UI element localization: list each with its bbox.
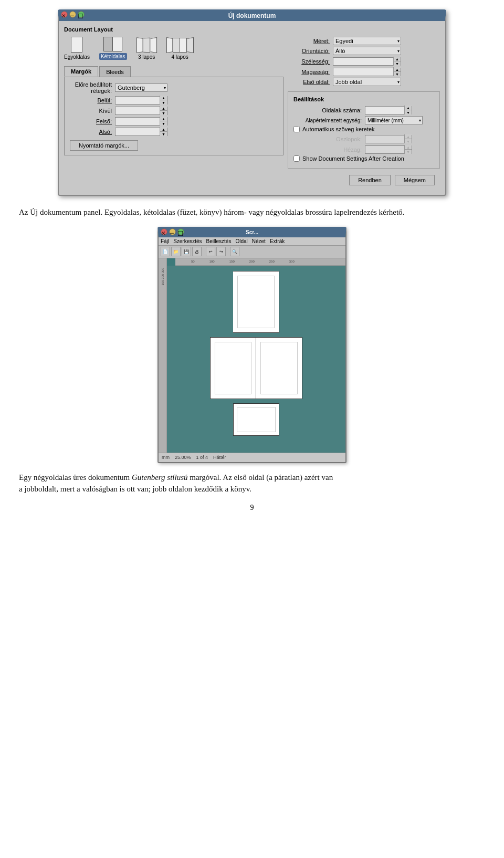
oldalak-up[interactable]: ▲ [405, 106, 412, 110]
magassag-down[interactable]: ▼ [394, 72, 401, 76]
fold-icon [136, 38, 157, 53]
szelesseg-up[interactable]: ▲ [394, 57, 401, 61]
oszlopok-row: Oszlopok: 1 ▲ ▼ [293, 134, 434, 143]
menu-extrak[interactable]: Extrák [270, 238, 285, 244]
status-page: 1 of 4 [196, 455, 208, 460]
menu-beillesztes[interactable]: Beillesztés [206, 238, 232, 244]
elso-oldal-select[interactable]: Jobb oldal ▾ [333, 78, 401, 86]
belul-up[interactable]: ▲ [160, 96, 167, 100]
scribus-canvas [167, 266, 345, 453]
scribus-toolbar: 📄 📁 💾 🖨 ↩ ↪ 🔍 [159, 246, 345, 258]
layout-4pages[interactable]: 4 lapos [166, 38, 194, 60]
scribus-max[interactable]: □ [177, 228, 184, 235]
scribus-window: Scr... × − □ Fájl Szerkesztés Beilleszté… [158, 227, 346, 463]
kivul-row: Kívül 20.00mm ▲ ▼ [70, 106, 278, 115]
nyomtato-btn[interactable]: Nyomtató margók... [70, 140, 138, 151]
layout-3pages[interactable]: 3 lapos [136, 38, 157, 60]
settings-label: Beállítások [293, 96, 434, 102]
dialog-buttons: Rendben Mégsem [64, 172, 440, 190]
oszlopok-up[interactable]: ▲ [405, 134, 412, 139]
4p-4 [187, 37, 193, 53]
belul-spin-arrows: ▲ ▼ [160, 96, 167, 104]
kivul-up[interactable]: ▲ [160, 106, 167, 111]
magassag-input[interactable]: 285.000mm [333, 68, 401, 76]
scribus-min[interactable]: − [169, 228, 176, 235]
automatikus-checkbox[interactable] [293, 126, 300, 132]
belul-down[interactable]: ▼ [160, 100, 167, 104]
felso-up[interactable]: ▲ [160, 117, 167, 121]
minimize-button[interactable]: − [69, 11, 76, 18]
menu-fajl[interactable]: Fájl [161, 238, 169, 244]
hezag-up[interactable]: ▲ [405, 145, 412, 150]
szelesseg-spin: 202.000mm ▲ ▼ [333, 57, 401, 66]
menu-nezet[interactable]: Nézet [252, 238, 266, 244]
magassag-up[interactable]: ▲ [394, 67, 401, 72]
page-1-margin [237, 276, 275, 328]
close-button[interactable]: × [61, 11, 68, 18]
double-label: Kétoldalas [99, 53, 127, 60]
menu-oldal[interactable]: Oldal [235, 238, 247, 244]
orientacio-row: Orientáció: Álló ▾ [288, 47, 440, 55]
oszlopok-down[interactable]: ▼ [405, 139, 412, 143]
felso-spin: 14.11mm ▲ ▼ [115, 117, 167, 125]
ok-button[interactable]: Rendben [349, 175, 391, 185]
magassag-spin: 285.000mm ▲ ▼ [333, 67, 401, 76]
alapertelmezett-select[interactable]: Milliméter (mm) ▾ [365, 116, 423, 124]
tb-print[interactable]: 🖨 [192, 247, 202, 256]
hezag-row: Hézag: 3.881mm ▲ ▼ [293, 145, 434, 154]
scribus-wm: × − □ [161, 228, 184, 235]
doc-layout-area: Egyoldalas Kétoldalas [64, 37, 440, 172]
tb-zoom[interactable]: 🔍 [230, 247, 239, 256]
elso-oldal-arrow: ▾ [397, 80, 400, 85]
hezag-arrows: ▲ ▼ [404, 145, 412, 154]
page: Új dokumentum × − □ Document Layout Egyo… [0, 0, 504, 531]
show-doc-checkbox[interactable] [293, 155, 300, 162]
kivul-down[interactable]: ▼ [160, 111, 167, 115]
also-up[interactable]: ▲ [160, 127, 167, 132]
magassag-row: Magasság: 285.000mm ▲ ▼ [288, 67, 440, 76]
oldalak-spin: 1 ▲ ▼ [365, 106, 412, 114]
meret-row: Méret: Egyedi ▾ [288, 37, 440, 45]
kivul-spin-arrows: ▲ ▼ [160, 106, 167, 115]
page-2 [210, 337, 256, 399]
tab-bleeds[interactable]: Bleeds [99, 66, 131, 77]
maximize-button[interactable]: □ [78, 11, 85, 18]
orientacio-select[interactable]: Álló ▾ [333, 47, 401, 55]
tb-save[interactable]: 💾 [182, 247, 191, 256]
dialog-controls: × − □ [61, 11, 85, 18]
scribus-close[interactable]: × [161, 228, 167, 235]
4p-3 [180, 38, 187, 53]
3pages-label: 3 lapos [138, 54, 155, 60]
szelesseg-input[interactable]: 202.000mm [333, 57, 401, 66]
dialog-body: Document Layout Egyoldalas [59, 21, 445, 195]
page-3 [256, 337, 302, 399]
scribus-menubar: Fájl Szerkesztés Beillesztés Oldal Nézet… [159, 237, 345, 246]
right-panel: Méret: Egyedi ▾ Orientáció: Álló ▾ [288, 37, 440, 172]
scribus-statusbar: mm 25.00% 1 of 4 Háttér [159, 453, 345, 462]
tb-new[interactable]: 📄 [161, 247, 170, 256]
automatikus-row: Automatikus szöveg keretek [293, 126, 434, 132]
elore-label: Előre beállított rétegek: [70, 81, 112, 94]
caption2-italic: Gutenberg stílusú [132, 473, 188, 482]
4pages-icon [166, 38, 194, 53]
oldalak-row: Oldalak száma: 1 ▲ ▼ [293, 106, 434, 114]
layout-single[interactable]: Egyoldalas [64, 37, 90, 60]
layout-double[interactable]: Kétoldalas [99, 37, 127, 60]
hezag-down[interactable]: ▼ [405, 150, 412, 154]
kivul-spin: 20.00mm ▲ ▼ [115, 106, 167, 115]
elore-select[interactable]: Gutenberg ▾ [115, 83, 167, 92]
fold-p2 [143, 38, 150, 53]
also-down[interactable]: ▼ [160, 132, 167, 136]
tb-undo[interactable]: ↩ [206, 247, 215, 256]
tab-margok[interactable]: Margók [64, 66, 98, 77]
menu-szerkesztes[interactable]: Szerkesztés [173, 238, 202, 244]
oldalak-down[interactable]: ▼ [405, 110, 412, 114]
also-label: Alsó: [70, 129, 112, 135]
szelesseg-down[interactable]: ▼ [394, 61, 401, 66]
tb-open[interactable]: 📁 [171, 247, 181, 256]
cancel-button[interactable]: Mégsem [395, 175, 435, 185]
page-4-margin [237, 407, 276, 432]
tb-redo[interactable]: ↪ [216, 247, 226, 256]
meret-select[interactable]: Egyedi ▾ [333, 37, 401, 45]
felso-down[interactable]: ▼ [160, 121, 167, 125]
